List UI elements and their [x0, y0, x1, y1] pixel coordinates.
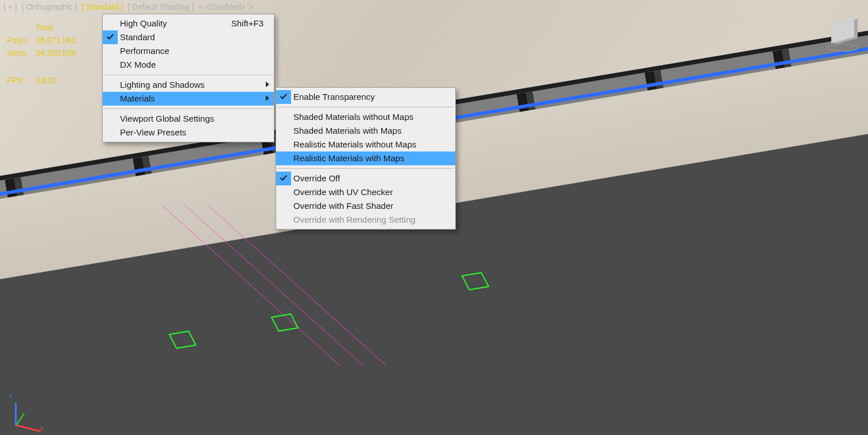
menu-label: Override with Rendering Setting — [293, 213, 416, 227]
menu-label: Standard — [120, 30, 155, 44]
menu-item-lighting-shadows[interactable]: Lighting and Shadows — [103, 78, 274, 92]
menu-label: Override Off — [293, 172, 340, 185]
menu-label: Realistic Materials with Maps — [293, 152, 404, 165]
menu-item-performance[interactable]: Performance — [103, 44, 274, 58]
menu-separator — [104, 108, 273, 109]
menu-label: Override with UV Checker — [293, 185, 393, 199]
viewport-label-projection[interactable]: [ Orthographic ] — [21, 2, 79, 11]
submenu-arrow-icon — [266, 95, 269, 101]
menu-item-dx-mode[interactable]: DX Mode — [103, 58, 274, 72]
menu-label: Viewport Global Settings — [120, 112, 214, 126]
viewcube[interactable] — [826, 16, 861, 52]
check-icon — [280, 174, 288, 182]
menu-item-viewport-global-settings[interactable]: Viewport Global Settings — [103, 112, 274, 126]
viewport-label-bar[interactable]: [ + ] [ Orthographic ] [ Standard ] [ De… — [2, 2, 254, 11]
stats-polys-label: Polys: — [7, 34, 34, 46]
menu-label: Per-View Presets — [120, 126, 187, 139]
axis-x-label: x — [40, 425, 44, 432]
menu-item-override-rendering-setting: Override with Rendering Setting — [276, 213, 455, 227]
menu-item-standard[interactable]: Standard — [103, 30, 274, 44]
menu-item-realistic-without-maps[interactable]: Realistic Materials without Maps — [276, 138, 455, 152]
stats-fps-label: FPS: — [7, 75, 34, 86]
menu-label: Override with Fast Shader — [293, 199, 393, 213]
viewport-label-disabled[interactable]: < <Disabled> > — [197, 2, 254, 11]
menu-label: High Quality — [120, 17, 167, 30]
check-icon — [280, 92, 288, 100]
menu-item-per-view-presets[interactable]: Per-View Presets — [103, 126, 274, 139]
menu-separator — [104, 75, 273, 75]
stats-polys-value: 36,671,082 — [36, 34, 82, 46]
viewport-stats: Total Polys: 36,671,082 Verts: 34,300,03… — [6, 21, 83, 87]
check-icon — [106, 33, 114, 41]
stats-total-label: Total — [36, 22, 82, 33]
menu-item-enable-transparency[interactable]: Enable Transparency — [276, 90, 455, 104]
menu-label: Realistic Materials without Maps — [293, 138, 416, 152]
menu-separator — [277, 168, 454, 169]
menu-label: Shaded Materials without Maps — [293, 110, 413, 124]
menu-label: DX Mode — [120, 58, 156, 72]
viewport-shading-menu[interactable]: High Quality Shift+F3 Standard Performan… — [102, 14, 274, 142]
submenu-arrow-icon — [266, 81, 269, 87]
menu-item-realistic-with-maps[interactable]: Realistic Materials with Maps — [276, 152, 455, 165]
menu-item-override-fast-shader[interactable]: Override with Fast Shader — [276, 199, 455, 213]
menu-item-override-off[interactable]: Override Off — [276, 172, 455, 185]
viewport-label-shading-mode[interactable]: [ Standard ] — [80, 2, 124, 11]
stats-verts-value: 34,300,039 — [36, 47, 82, 59]
axis-gizmo[interactable]: z x — [8, 395, 41, 428]
menu-label: Shaded Materials with Maps — [293, 124, 401, 138]
menu-item-high-quality[interactable]: High Quality Shift+F3 — [103, 17, 274, 30]
materials-submenu[interactable]: Enable Transparency Shaded Materials wit… — [276, 87, 456, 230]
menu-item-materials[interactable]: Materials — [103, 92, 274, 106]
menu-label: Performance — [120, 44, 169, 58]
stats-fps-value: 0.613 — [36, 75, 82, 86]
menu-item-override-uv-checker[interactable]: Override with UV Checker — [276, 185, 455, 199]
stats-verts-label: Verts: — [7, 47, 34, 59]
viewport-label-plus[interactable]: [ + ] — [2, 2, 18, 11]
viewport-label-shading-preset[interactable]: [ Default Shading ] — [126, 2, 195, 11]
menu-separator — [277, 107, 454, 107]
menu-label: Lighting and Shadows — [120, 78, 205, 92]
axis-z-label: z — [9, 391, 13, 398]
menu-label: Materials — [120, 92, 155, 106]
menu-shortcut: Shift+F3 — [208, 17, 264, 30]
menu-item-shaded-with-maps[interactable]: Shaded Materials with Maps — [276, 124, 455, 138]
menu-label: Enable Transparency — [293, 90, 375, 104]
menu-item-shaded-without-maps[interactable]: Shaded Materials without Maps — [276, 110, 455, 124]
